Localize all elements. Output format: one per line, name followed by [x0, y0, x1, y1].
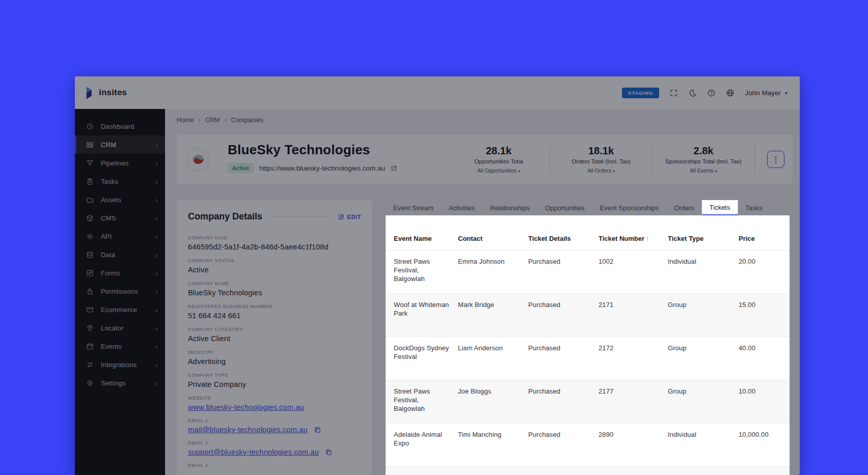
chevron-right-icon: ›	[155, 379, 158, 387]
edit-button[interactable]: EDIT	[338, 213, 361, 220]
breadcrumb-link[interactable]: CRM	[205, 117, 220, 124]
column-header[interactable]: Ticket Type↑	[668, 235, 739, 250]
copy-icon[interactable]	[325, 449, 333, 456]
column-header[interactable]: Contact↑	[458, 235, 528, 250]
sidebar-item[interactable]: Events ›	[75, 337, 165, 355]
tab[interactable]: Tasks	[738, 200, 770, 215]
column-header[interactable]: Event Name↑	[394, 235, 458, 250]
chevron-down-icon: ▾	[785, 90, 788, 96]
chevron-right-icon: ›	[155, 141, 158, 149]
fullscreen-icon[interactable]	[669, 89, 678, 97]
sidebar-item[interactable]: Forms ›	[75, 264, 165, 282]
detail-field: COMPANY CATEGORY Active Client Active Cl…	[188, 327, 361, 343]
help-icon[interactable]	[707, 89, 716, 97]
sidebar-item-label: CRM	[101, 141, 116, 149]
sidebar-item[interactable]: Permissions ›	[75, 282, 165, 300]
user-menu[interactable]: John Mayer ▾	[745, 89, 788, 97]
insites-logo[interactable]: insites	[85, 86, 127, 100]
sidebar-item[interactable]: Pipelines ›	[75, 154, 165, 172]
logo-wordmark: insites	[99, 88, 127, 98]
detail-field: EMAIL 2 support@bluesky-technologies.com…	[188, 440, 361, 456]
sidebar-item-label: Pipelines	[101, 159, 129, 167]
tab[interactable]: Tickets	[702, 200, 738, 215]
chevron-right-icon: ›	[155, 306, 158, 314]
company-details-header: Company Details EDIT	[188, 211, 361, 222]
tab[interactable]: Event Stream	[386, 200, 441, 215]
stat-block: 2.8k Sponsorships Total (Incl. Tax) All …	[653, 145, 754, 174]
sidebar-item-label: Data	[101, 251, 115, 259]
stat-filter-dropdown[interactable]: All Opportunities ▾	[448, 167, 550, 174]
detail-field-link[interactable]: support@bluesky-technologies.com.au	[188, 448, 319, 456]
detail-field: EMAIL 1 mail@bluesky-technologies.com.au…	[188, 418, 361, 434]
sort-asc-icon: ↑	[646, 235, 649, 242]
tab[interactable]: Opportunities	[537, 200, 592, 215]
cell-event-name: Woof at Whiteman Park	[394, 294, 458, 337]
sidebar-item[interactable]: Locator ›	[75, 319, 165, 337]
header-actions: STAGING John Mayer ▾	[622, 88, 788, 98]
cell-ticket-type: Group	[668, 380, 739, 423]
sidebar-item[interactable]: Settings ›	[75, 374, 165, 392]
column-header[interactable]: Price↑	[739, 235, 790, 250]
sidebar-item[interactable]: CRM ›	[75, 135, 165, 154]
copy-icon[interactable]	[314, 426, 321, 434]
detail-field-value: Active Client	[188, 334, 361, 343]
company-details-title: Company Details	[188, 211, 262, 222]
detail-field-label: COMPANY CATEGORY	[188, 327, 361, 332]
sidebar-item[interactable]: API ›	[75, 227, 165, 245]
table-row[interactable]: Street Paws Festival, Balgowlah Joe Blog…	[386, 380, 790, 424]
breadcrumb-link[interactable]: Companies	[231, 117, 263, 124]
cell-ticket-number: 2890	[599, 424, 668, 466]
breadcrumb-link[interactable]: Home	[177, 117, 194, 124]
sidebar-item-label: API	[101, 233, 112, 240]
sidebar-item[interactable]: Tasks ›	[75, 172, 165, 190]
chevron-right-icon: ›	[155, 361, 158, 369]
cell-contact: Joe Bloggs	[458, 380, 528, 423]
globe-icon[interactable]	[726, 89, 735, 97]
sidebar-item-label: Integrations	[101, 361, 137, 369]
cell-price: 15.00	[739, 294, 790, 337]
table-row[interactable]: Street Paws Festival, Balgowlah Emma Joh…	[386, 250, 790, 294]
detail-field-link[interactable]: www.bluesky-technologies.com.au	[188, 403, 304, 411]
column-header[interactable]: Ticket Details↑	[528, 235, 599, 250]
cell-event-name: Street Paws Festival, Balgowlah	[394, 380, 458, 423]
integrations-icon	[86, 361, 94, 369]
column-header[interactable]: Ticket Number↑	[599, 235, 668, 250]
company-actions-kebab-button[interactable]: ⋮	[767, 151, 784, 168]
table-row[interactable]: Adelaide Animal Expo Timi Manching Purch…	[386, 424, 790, 467]
company-avatar	[186, 147, 210, 172]
table-row[interactable]: Woof at Whiteman Park Mark Bridge Purcha…	[386, 294, 790, 337]
tab[interactable]: Event Sponsorships	[592, 200, 666, 215]
sidebar-item-label: Permissions	[101, 288, 138, 295]
user-name: John Mayer	[745, 89, 781, 97]
sidebar-item-label: Locator	[101, 324, 124, 332]
ecommerce-icon	[86, 306, 94, 314]
app-window: insites STAGING John Mayer ▾ Dashboard	[75, 76, 800, 475]
stat-filter-dropdown[interactable]: All Orders ▾	[550, 167, 652, 174]
moon-icon[interactable]	[688, 89, 697, 97]
sidebar-item[interactable]: Integrations ›	[75, 355, 165, 374]
sidebar-item[interactable]: Dashboard ›	[75, 117, 165, 135]
cell-ticket-type: Individual	[668, 424, 739, 466]
sidebar-item[interactable]: CMS ›	[75, 209, 165, 227]
sidebar-item[interactable]: Data ›	[75, 245, 165, 264]
detail-field-label: WEBSITE	[188, 396, 361, 401]
table-row[interactable]: DockDogs Sydney Festival Liam Anderson P…	[386, 337, 790, 380]
stat-filter-dropdown[interactable]: All Events ▾	[653, 167, 754, 174]
table-row[interactable]	[386, 467, 790, 475]
top-header-bar: insites STAGING John Mayer ▾	[75, 76, 800, 109]
cell-ticket-type	[668, 467, 739, 475]
cell-event-name	[394, 467, 458, 475]
tab[interactable]: Relationships	[482, 200, 537, 215]
stat-value: 28.1k	[448, 145, 550, 157]
tab[interactable]: Activities	[441, 200, 482, 215]
caret-down-icon: ▾	[613, 169, 615, 174]
sidebar-item-label: Events	[101, 343, 122, 350]
detail-field-link[interactable]: mail@bluesky-technologies.com.au	[188, 426, 308, 434]
sidebar-item[interactable]: Ecommerce ›	[75, 300, 165, 319]
external-link-icon[interactable]	[391, 165, 397, 172]
tab[interactable]: Orders	[666, 200, 702, 215]
detail-field-value: BlueSky Technologies	[188, 289, 361, 297]
cell-contact: Emma Johnson	[458, 250, 528, 293]
company-website-url: https://www.bluesky-technologies.com.au	[259, 164, 385, 172]
sidebar-item[interactable]: Assets ›	[75, 190, 165, 209]
